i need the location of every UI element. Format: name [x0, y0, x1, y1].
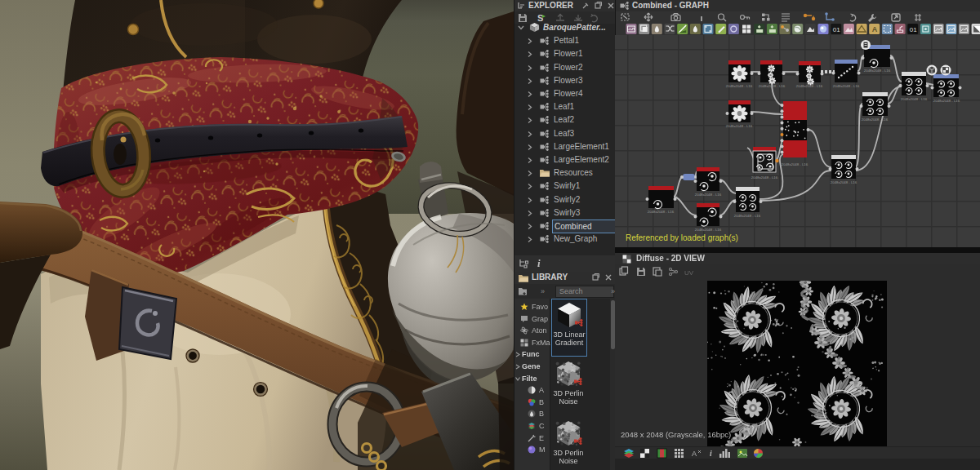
- svg-text:01: 01: [833, 26, 840, 33]
- svg-text:2048x2048 - L16: 2048x2048 - L16: [864, 69, 891, 73]
- svg-text:Referenced by loaded graph(s): Referenced by loaded graph(s): [626, 233, 738, 242]
- svg-text:2048x2048 - L16: 2048x2048 - L16: [862, 118, 889, 122]
- svg-text:2048x2048 - L16: 2048x2048 - L16: [695, 228, 722, 232]
- svg-text:2048x2048 - L16: 2048x2048 - L16: [796, 84, 823, 88]
- svg-text:2048x2048 - L16: 2048x2048 - L16: [831, 180, 858, 184]
- svg-text:A: A: [692, 450, 697, 458]
- svg-text:2048x2048 - L16: 2048x2048 - L16: [782, 162, 808, 166]
- svg-text:01: 01: [910, 26, 917, 33]
- svg-text:2048x2048 - L16: 2048x2048 - L16: [751, 175, 778, 180]
- svg-text:2048x2048 - L16: 2048x2048 - L16: [648, 210, 675, 214]
- svg-text:2048x2048 - L16: 2048x2048 - L16: [901, 97, 928, 101]
- svg-text:2048x2048 - L16: 2048x2048 - L16: [734, 214, 761, 218]
- svg-text:i: i: [710, 449, 712, 458]
- svg-text:2048x2048 - L16: 2048x2048 - L16: [933, 99, 960, 103]
- svg-text:2048x2048 - L16: 2048x2048 - L16: [726, 84, 753, 88]
- svg-text:2048x2048 - L16: 2048x2048 - L16: [833, 84, 860, 88]
- svg-text:2048x2048 - L16: 2048x2048 - L16: [695, 193, 722, 197]
- svg-text:A: A: [872, 25, 878, 33]
- svg-text:2048x2048 - L16: 2048x2048 - L16: [726, 124, 753, 128]
- svg-text:UV: UV: [684, 269, 694, 277]
- svg-text:2048x2048 - L16: 2048x2048 - L16: [759, 84, 786, 88]
